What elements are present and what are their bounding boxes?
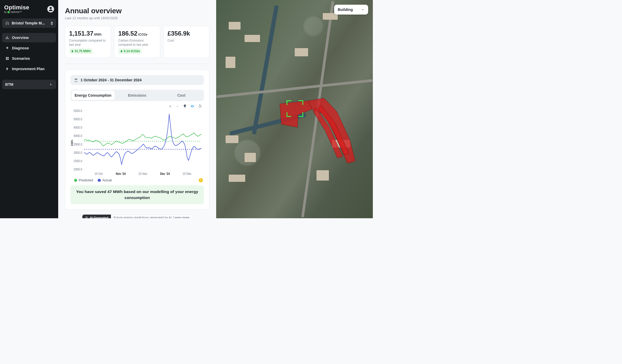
legend-predicted: Predicted bbox=[74, 178, 93, 182]
brand-accent-dot bbox=[8, 11, 10, 13]
ai-footer: AI Generated Future energy predictions g… bbox=[65, 214, 209, 218]
user-avatar[interactable] bbox=[47, 6, 54, 12]
chevron-right-icon bbox=[49, 82, 53, 87]
nav-improvement[interactable]: Improvement Plan bbox=[2, 64, 56, 74]
svg-text:5500.0: 5500.0 bbox=[74, 109, 82, 113]
warning-badge[interactable]: ! bbox=[199, 178, 203, 182]
nav-item-label: Scenarios bbox=[12, 56, 30, 61]
page-title: Annual overview bbox=[65, 7, 209, 15]
brand-name: Optimise bbox=[4, 5, 29, 10]
zoom-out-icon[interactable]: － bbox=[176, 104, 179, 109]
insight-icon[interactable] bbox=[183, 104, 187, 109]
date-range-picker[interactable]: 1 October 2024 - 31 December 2024 bbox=[70, 75, 204, 85]
nav-item-label: Overview bbox=[12, 36, 29, 40]
tab-cost[interactable]: Cost bbox=[160, 91, 203, 100]
kpi-consumption: 1,151.37MWh Consumption compared to last… bbox=[65, 26, 111, 58]
legend-actual: Actual bbox=[98, 178, 112, 182]
svg-point-14 bbox=[86, 217, 87, 218]
kpi-delta: 5.14 tCO2e bbox=[118, 48, 142, 54]
content-panel: Annual overview Last 12 months up until … bbox=[58, 0, 216, 218]
map-selector-label: Building bbox=[338, 8, 353, 12]
chart-tabs: Energy Consumption Emissions Cost bbox=[70, 90, 204, 101]
svg-text:3500.0: 3500.0 bbox=[74, 143, 82, 146]
svg-text:5000.0: 5000.0 bbox=[74, 118, 82, 121]
updown-icon bbox=[51, 21, 53, 25]
nav-item-label: Improvement Plan bbox=[12, 67, 45, 71]
sidebar: Optimise by Optimise™ Bristol Temple M..… bbox=[0, 0, 58, 218]
arrow-down-icon bbox=[120, 50, 123, 52]
brand-block: Optimise by Optimise™ bbox=[2, 5, 56, 13]
nav-item-label: Diagnose bbox=[12, 46, 29, 50]
ai-badge: AI Generated bbox=[82, 215, 111, 218]
bar-chart-icon bbox=[5, 36, 9, 40]
user-icon bbox=[48, 6, 53, 12]
svg-text:15 Nov: 15 Nov bbox=[138, 172, 148, 176]
refresh-icon[interactable] bbox=[198, 104, 202, 109]
building-icon bbox=[5, 21, 9, 25]
calendar-icon bbox=[74, 78, 78, 82]
divider bbox=[65, 64, 209, 64]
page-subtitle: Last 12 months up until 19/02/2025 bbox=[65, 16, 209, 20]
kpi-desc: Carbon Emissions compared to last year bbox=[118, 39, 156, 47]
arrow-down-icon bbox=[71, 50, 74, 52]
tab-emissions[interactable]: Emissions bbox=[116, 91, 159, 100]
svg-text:2500.0: 2500.0 bbox=[74, 160, 82, 163]
kpi-delta: 31.75 MWh bbox=[69, 48, 93, 54]
ai-learn-more-link[interactable]: Learn more bbox=[173, 216, 189, 218]
visibility-icon[interactable] bbox=[190, 104, 194, 109]
svg-text:Dec '24: Dec '24 bbox=[160, 172, 170, 176]
chart-toolbar: ＋ － bbox=[70, 103, 204, 109]
nav-scenarios[interactable]: Scenarios bbox=[2, 54, 56, 63]
primary-nav: Overview Diagnose Scenarios Improvement … bbox=[2, 33, 56, 74]
site-selector-label: Bristol Temple M... bbox=[12, 21, 48, 25]
savings-banner: You have saved 47 MWh based on our model… bbox=[70, 185, 204, 204]
svg-text:4000.0: 4000.0 bbox=[74, 134, 82, 138]
nav-item-label: BTM bbox=[5, 82, 13, 87]
kpi-value: 1,151.37 bbox=[69, 30, 93, 37]
kpi-cost: £356.9k Cost bbox=[163, 26, 209, 58]
svg-text:Nov '24: Nov '24 bbox=[116, 172, 126, 176]
kpi-desc: Cost bbox=[168, 39, 205, 46]
zoom-in-icon[interactable]: ＋ bbox=[168, 104, 172, 109]
y-axis-label: kWh bbox=[70, 140, 74, 146]
chart-area[interactable]: kWh 2000.02500.03000.03500.04000.04500.0… bbox=[70, 109, 204, 177]
svg-text:2000.0: 2000.0 bbox=[74, 168, 82, 171]
ai-text: Future energy predictions generated by A… bbox=[114, 216, 173, 218]
sparkle-icon bbox=[5, 46, 9, 50]
kpi-value: 186.52 bbox=[118, 30, 137, 37]
chart-card: 1 October 2024 - 31 December 2024 Energy… bbox=[65, 70, 209, 210]
chart-legend: Predicted Actual ! bbox=[70, 177, 204, 185]
tab-energy[interactable]: Energy Consumption bbox=[71, 91, 115, 100]
kpi-row: 1,151.37MWh Consumption compared to last… bbox=[65, 26, 209, 58]
map-view[interactable]: Building bbox=[216, 0, 373, 218]
nav-btm[interactable]: BTM bbox=[2, 80, 56, 89]
site-selector[interactable]: Bristol Temple M... bbox=[2, 18, 56, 28]
kpi-emissions: 186.52tCO2e Carbon Emissions compared to… bbox=[114, 26, 160, 58]
ai-icon bbox=[85, 216, 88, 218]
map-building-highlight[interactable] bbox=[269, 96, 363, 175]
kpi-value: £356.9k bbox=[168, 30, 190, 37]
grid-icon bbox=[5, 56, 9, 61]
nav-diagnose[interactable]: Diagnose bbox=[2, 43, 56, 53]
nav-overview[interactable]: Overview bbox=[2, 33, 56, 42]
map-layer-selector[interactable]: Building bbox=[334, 5, 368, 15]
date-range-label: 1 October 2024 - 31 December 2024 bbox=[81, 78, 142, 82]
lightning-icon bbox=[5, 67, 9, 71]
svg-text:3000.0: 3000.0 bbox=[74, 151, 82, 155]
svg-text:15 Dec: 15 Dec bbox=[183, 172, 192, 176]
chevron-down-icon bbox=[361, 8, 365, 11]
svg-text:15 Oct: 15 Oct bbox=[95, 172, 103, 176]
secondary-nav: BTM bbox=[2, 80, 56, 89]
kpi-desc: Consumption compared to last year bbox=[69, 39, 107, 47]
svg-text:4500.0: 4500.0 bbox=[74, 126, 82, 129]
